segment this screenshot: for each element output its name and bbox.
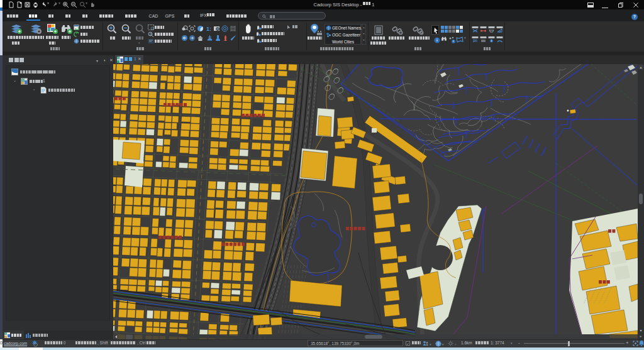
svg-text:@: @ — [150, 33, 153, 36]
svg-text:1:: 1: — [206, 26, 211, 32]
